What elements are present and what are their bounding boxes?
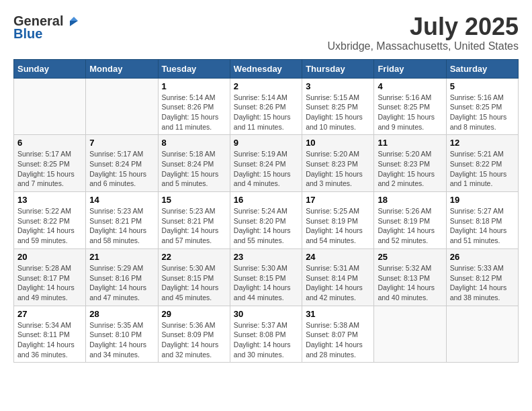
logo-icon (66, 14, 81, 29)
day-number: 7 (89, 138, 154, 148)
day-number: 17 (306, 195, 370, 205)
day-number: 4 (378, 81, 442, 91)
day-info: Sunrise: 5:20 AMSunset: 8:23 PMDaylight:… (306, 149, 370, 189)
header-saturday: Saturday (446, 59, 518, 78)
header-row: SundayMondayTuesdayWednesdayThursdayFrid… (14, 59, 519, 78)
day-number: 12 (450, 138, 515, 148)
day-info: Sunrise: 5:34 AMSunset: 8:11 PMDaylight:… (17, 320, 82, 360)
calendar-cell: 7Sunrise: 5:17 AMSunset: 8:24 PMDaylight… (86, 135, 158, 192)
day-info: Sunrise: 5:27 AMSunset: 8:18 PMDaylight:… (450, 206, 515, 246)
week-row-5: 27Sunrise: 5:34 AMSunset: 8:11 PMDayligh… (14, 306, 519, 363)
logo: General Blue (13, 13, 81, 42)
week-row-4: 20Sunrise: 5:28 AMSunset: 8:17 PMDayligh… (14, 248, 519, 306)
calendar-cell: 16Sunrise: 5:24 AMSunset: 8:20 PMDayligh… (230, 192, 302, 249)
calendar-cell: 19Sunrise: 5:27 AMSunset: 8:18 PMDayligh… (446, 192, 518, 249)
calendar-cell: 29Sunrise: 5:36 AMSunset: 8:09 PMDayligh… (158, 306, 230, 363)
calendar-cell (374, 306, 446, 363)
day-info: Sunrise: 5:14 AMSunset: 8:26 PMDaylight:… (162, 93, 226, 132)
day-info: Sunrise: 5:24 AMSunset: 8:20 PMDaylight:… (234, 206, 298, 246)
day-info: Sunrise: 5:25 AMSunset: 8:19 PMDaylight:… (306, 206, 370, 246)
day-number: 22 (162, 252, 226, 262)
calendar-cell: 15Sunrise: 5:23 AMSunset: 8:21 PMDayligh… (158, 192, 230, 249)
header-thursday: Thursday (302, 59, 374, 78)
calendar-cell: 26Sunrise: 5:33 AMSunset: 8:12 PMDayligh… (446, 248, 518, 306)
calendar-cell: 28Sunrise: 5:35 AMSunset: 8:10 PMDayligh… (86, 306, 158, 363)
header-friday: Friday (374, 59, 446, 78)
day-number: 6 (17, 138, 82, 148)
calendar-cell: 13Sunrise: 5:22 AMSunset: 8:22 PMDayligh… (14, 192, 86, 249)
calendar-cell: 21Sunrise: 5:29 AMSunset: 8:16 PMDayligh… (86, 248, 158, 306)
day-info: Sunrise: 5:26 AMSunset: 8:19 PMDaylight:… (378, 206, 442, 246)
day-info: Sunrise: 5:18 AMSunset: 8:24 PMDaylight:… (162, 149, 226, 189)
title-block: July 2025 Uxbridge, Massachusetts, Unite… (327, 13, 519, 52)
day-info: Sunrise: 5:16 AMSunset: 8:25 PMDaylight:… (378, 93, 442, 132)
day-info: Sunrise: 5:21 AMSunset: 8:22 PMDaylight:… (450, 149, 515, 189)
calendar-cell: 3Sunrise: 5:15 AMSunset: 8:25 PMDaylight… (302, 78, 374, 135)
day-number: 19 (450, 195, 515, 205)
day-number: 26 (450, 252, 515, 262)
calendar-cell: 4Sunrise: 5:16 AMSunset: 8:25 PMDaylight… (374, 78, 446, 135)
calendar-cell: 18Sunrise: 5:26 AMSunset: 8:19 PMDayligh… (374, 192, 446, 249)
day-number: 8 (162, 138, 226, 148)
calendar-cell: 23Sunrise: 5:30 AMSunset: 8:15 PMDayligh… (230, 248, 302, 306)
day-info: Sunrise: 5:22 AMSunset: 8:22 PMDaylight:… (17, 206, 82, 246)
day-info: Sunrise: 5:30 AMSunset: 8:15 PMDaylight:… (162, 263, 226, 303)
day-number: 14 (89, 195, 154, 205)
day-number: 23 (234, 252, 298, 262)
day-number: 18 (378, 195, 442, 205)
day-info: Sunrise: 5:23 AMSunset: 8:21 PMDaylight:… (162, 206, 226, 246)
day-info: Sunrise: 5:16 AMSunset: 8:25 PMDaylight:… (450, 93, 515, 132)
day-number: 25 (378, 252, 442, 262)
week-row-2: 6Sunrise: 5:17 AMSunset: 8:25 PMDaylight… (14, 135, 519, 192)
day-number: 16 (234, 195, 298, 205)
day-number: 1 (162, 81, 226, 91)
calendar-cell: 31Sunrise: 5:38 AMSunset: 8:07 PMDayligh… (302, 306, 374, 363)
calendar-cell (14, 78, 86, 135)
header-monday: Monday (86, 59, 158, 78)
calendar-cell: 12Sunrise: 5:21 AMSunset: 8:22 PMDayligh… (446, 135, 518, 192)
calendar-cell: 5Sunrise: 5:16 AMSunset: 8:25 PMDaylight… (446, 78, 518, 135)
day-number: 11 (378, 138, 442, 148)
calendar-cell: 9Sunrise: 5:19 AMSunset: 8:24 PMDaylight… (230, 135, 302, 192)
calendar-cell: 20Sunrise: 5:28 AMSunset: 8:17 PMDayligh… (14, 248, 86, 306)
calendar-cell: 22Sunrise: 5:30 AMSunset: 8:15 PMDayligh… (158, 248, 230, 306)
calendar-cell: 1Sunrise: 5:14 AMSunset: 8:26 PMDaylight… (158, 78, 230, 135)
calendar-cell: 27Sunrise: 5:34 AMSunset: 8:11 PMDayligh… (14, 306, 86, 363)
page-title: July 2025 (327, 13, 519, 40)
calendar-cell: 10Sunrise: 5:20 AMSunset: 8:23 PMDayligh… (302, 135, 374, 192)
day-info: Sunrise: 5:31 AMSunset: 8:14 PMDaylight:… (306, 263, 370, 303)
day-info: Sunrise: 5:15 AMSunset: 8:25 PMDaylight:… (306, 93, 370, 132)
calendar-body: 1Sunrise: 5:14 AMSunset: 8:26 PMDaylight… (14, 78, 519, 363)
day-number: 30 (234, 309, 298, 319)
calendar-cell: 11Sunrise: 5:20 AMSunset: 8:23 PMDayligh… (374, 135, 446, 192)
day-info: Sunrise: 5:33 AMSunset: 8:12 PMDaylight:… (450, 263, 515, 303)
day-number: 28 (89, 309, 154, 319)
day-number: 27 (17, 309, 82, 319)
day-number: 3 (306, 81, 370, 91)
week-row-1: 1Sunrise: 5:14 AMSunset: 8:26 PMDaylight… (14, 78, 519, 135)
day-number: 15 (162, 195, 226, 205)
day-info: Sunrise: 5:17 AMSunset: 8:24 PMDaylight:… (89, 149, 154, 189)
day-number: 21 (89, 252, 154, 262)
day-info: Sunrise: 5:36 AMSunset: 8:09 PMDaylight:… (162, 320, 226, 360)
day-number: 9 (234, 138, 298, 148)
day-info: Sunrise: 5:19 AMSunset: 8:24 PMDaylight:… (234, 149, 298, 189)
calendar-cell: 17Sunrise: 5:25 AMSunset: 8:19 PMDayligh… (302, 192, 374, 249)
day-number: 24 (306, 252, 370, 262)
day-number: 5 (450, 81, 515, 91)
page-subtitle: Uxbridge, Massachusetts, United States (327, 40, 519, 52)
day-number: 13 (17, 195, 82, 205)
day-info: Sunrise: 5:37 AMSunset: 8:08 PMDaylight:… (234, 320, 298, 360)
day-info: Sunrise: 5:17 AMSunset: 8:25 PMDaylight:… (17, 149, 82, 189)
day-number: 10 (306, 138, 370, 148)
day-number: 29 (162, 309, 226, 319)
week-row-3: 13Sunrise: 5:22 AMSunset: 8:22 PMDayligh… (14, 192, 519, 249)
page-header: General Blue July 2025 Uxbridge, Massach… (13, 13, 519, 52)
calendar-header: SundayMondayTuesdayWednesdayThursdayFrid… (14, 59, 519, 78)
day-number: 20 (17, 252, 82, 262)
calendar-cell: 25Sunrise: 5:32 AMSunset: 8:13 PMDayligh… (374, 248, 446, 306)
day-number: 31 (306, 309, 370, 319)
day-info: Sunrise: 5:30 AMSunset: 8:15 PMDaylight:… (234, 263, 298, 303)
day-info: Sunrise: 5:35 AMSunset: 8:10 PMDaylight:… (89, 320, 154, 360)
header-wednesday: Wednesday (230, 59, 302, 78)
